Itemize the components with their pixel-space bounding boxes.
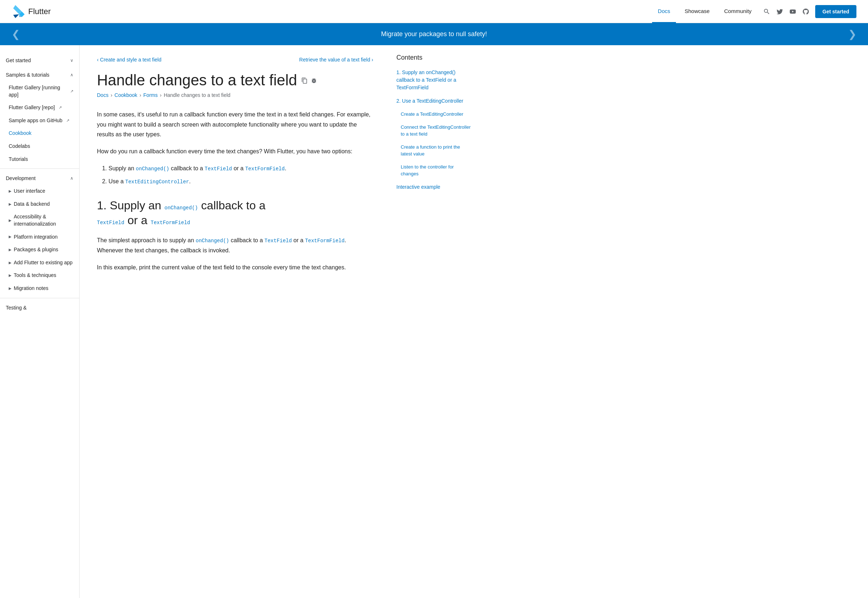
banner-next-arrow[interactable]: ❯ bbox=[848, 28, 856, 40]
bug-icon[interactable] bbox=[311, 77, 317, 86]
copy-icon[interactable] bbox=[301, 77, 308, 86]
contents-item-1[interactable]: 1. Supply an onChanged() callback to a T… bbox=[397, 67, 471, 93]
sidebar-item-user-interface[interactable]: ▶ User interface bbox=[0, 185, 79, 198]
chevron-up-icon: ∧ bbox=[70, 72, 73, 77]
nav-community[interactable]: Community bbox=[718, 0, 757, 23]
sidebar-header-get-started[interactable]: Get started ∨ bbox=[0, 54, 79, 67]
nav-showcase[interactable]: Showcase bbox=[679, 0, 715, 23]
code-textfield-1: TextField bbox=[205, 166, 232, 172]
sidebar-item-add-flutter[interactable]: ▶ Add Flutter to existing app bbox=[0, 256, 79, 269]
flutter-logo-icon bbox=[12, 5, 25, 18]
code-onchanged-2: onChanged() bbox=[196, 238, 229, 244]
sidebar-divider-2 bbox=[0, 298, 79, 298]
header: Flutter Docs Showcase Community Get star… bbox=[0, 0, 868, 23]
sidebar-item-cookbook[interactable]: Cookbook bbox=[0, 127, 79, 140]
github-icon[interactable] bbox=[802, 8, 810, 15]
next-page-link[interactable]: Retrieve the value of a text field › bbox=[299, 57, 373, 63]
contents-item-7[interactable]: Interactive example bbox=[397, 182, 471, 192]
option-2: Use a TextEditingController. bbox=[109, 176, 373, 187]
sidebar-section-get-started: Get started ∨ bbox=[0, 54, 79, 67]
chevron-down-icon: ∨ bbox=[70, 58, 73, 63]
sidebar-section-label: Samples & tutorials bbox=[6, 72, 49, 78]
logo-link[interactable]: Flutter bbox=[12, 5, 51, 18]
search-icon[interactable] bbox=[763, 8, 770, 15]
arrow-icon: ▶ bbox=[9, 234, 12, 239]
section1-p2: In this example, print the current value… bbox=[97, 263, 373, 272]
title-icons bbox=[301, 77, 317, 86]
sidebar: Get started ∨ Samples & tutorials ∧ Flut… bbox=[0, 45, 79, 598]
sidebar-item-packages-plugins[interactable]: ▶ Packages & plugins bbox=[0, 243, 79, 256]
sidebar-header-samples[interactable]: Samples & tutorials ∧ bbox=[0, 68, 79, 81]
code-textformfield-1: TextFormField bbox=[245, 166, 284, 172]
breadcrumb-current: Handle changes to a text field bbox=[164, 92, 230, 98]
page-nav: ‹ Create and style a text field Retrieve… bbox=[97, 57, 373, 63]
breadcrumb-forms[interactable]: Forms bbox=[143, 92, 158, 98]
breadcrumb-sep-2: › bbox=[139, 92, 141, 98]
breadcrumb-sep-1: › bbox=[111, 92, 112, 98]
code-textediting-1: TextEditingController bbox=[125, 179, 189, 185]
sidebar-item-accessibility[interactable]: ▶ Accessibility & internationalization bbox=[0, 211, 79, 230]
breadcrumb-sep-3: › bbox=[160, 92, 162, 98]
contents-item-3[interactable]: Create a TextEditingController bbox=[397, 109, 471, 119]
contents-item-4[interactable]: Connect the TextEditingController to a t… bbox=[397, 122, 471, 139]
breadcrumb-cookbook[interactable]: Cookbook bbox=[115, 92, 138, 98]
header-icons bbox=[763, 8, 810, 15]
intro-p2: How do you run a callback function every… bbox=[97, 147, 373, 156]
sidebar-section-label: Get started bbox=[6, 57, 31, 63]
code-textformfield-2: TextFormField bbox=[305, 238, 344, 244]
arrow-icon: ▶ bbox=[9, 202, 12, 207]
code-textfield-heading: TextField bbox=[97, 220, 124, 226]
main-layout: Get started ∨ Samples & tutorials ∧ Flut… bbox=[0, 45, 868, 598]
sidebar-item-tutorials[interactable]: Tutorials bbox=[0, 153, 79, 166]
code-onchanged-1: onChanged() bbox=[136, 166, 169, 172]
sidebar-section-development: Development ∧ ▶ User interface ▶ Data & … bbox=[0, 172, 79, 295]
header-nav: Docs Showcase Community bbox=[652, 0, 757, 23]
arrow-icon: ▶ bbox=[9, 260, 12, 265]
code-onchanged-heading: onChanged() bbox=[165, 205, 198, 211]
page-title: Handle changes to a text field bbox=[97, 71, 297, 89]
breadcrumb-docs[interactable]: Docs bbox=[97, 92, 109, 98]
sidebar-item-tools-techniques[interactable]: ▶ Tools & techniques bbox=[0, 269, 79, 282]
option-1: Supply an onChanged() callback to a Text… bbox=[109, 163, 373, 173]
sidebar-section-samples: Samples & tutorials ∧ Flutter Gallery [r… bbox=[0, 68, 79, 166]
intro-p1: In some cases, it's useful to run a call… bbox=[97, 109, 373, 139]
contents-panel: Contents 1. Supply an onChanged() callba… bbox=[391, 45, 477, 598]
sidebar-section-label: Development bbox=[6, 175, 36, 181]
arrow-icon: ▶ bbox=[9, 189, 12, 194]
sidebar-item-sample-apps[interactable]: Sample apps on GitHub bbox=[0, 114, 79, 127]
options-list: Supply an onChanged() callback to a Text… bbox=[109, 163, 373, 187]
breadcrumb: Docs › Cookbook › Forms › Handle changes… bbox=[97, 92, 373, 98]
sidebar-section-label: Testing & bbox=[6, 305, 27, 311]
sidebar-item-gallery-repo[interactable]: Flutter Gallery [repo] bbox=[0, 101, 79, 114]
prev-page-link[interactable]: ‹ Create and style a text field bbox=[97, 57, 161, 63]
arrow-icon: ▶ bbox=[9, 286, 12, 291]
sidebar-item-data-backend[interactable]: ▶ Data & backend bbox=[0, 198, 79, 211]
chevron-up-icon: ∧ bbox=[70, 176, 73, 181]
arrow-icon: ▶ bbox=[9, 247, 12, 253]
sidebar-item-gallery-running[interactable]: Flutter Gallery [running app] bbox=[0, 81, 79, 101]
get-started-button[interactable]: Get started bbox=[815, 5, 856, 18]
banner: ❮ Migrate your packages to null safety! … bbox=[0, 23, 868, 45]
banner-text: Migrate your packages to null safety! bbox=[381, 30, 487, 38]
code-textfield-2: TextField bbox=[264, 238, 292, 244]
sidebar-header-development[interactable]: Development ∧ bbox=[0, 172, 79, 185]
content-body: In some cases, it's useful to run a call… bbox=[97, 109, 373, 272]
twitter-icon[interactable] bbox=[776, 8, 783, 15]
youtube-icon[interactable] bbox=[789, 8, 796, 15]
sidebar-item-codelabs[interactable]: Codelabs bbox=[0, 140, 79, 153]
contents-item-2[interactable]: 2. Use a TextEditingController bbox=[397, 96, 471, 106]
section1-heading: 1. Supply an onChanged() callback to a T… bbox=[97, 198, 373, 228]
sidebar-header-testing[interactable]: Testing & bbox=[0, 301, 79, 314]
contents-item-5[interactable]: Create a function to print the latest va… bbox=[397, 142, 471, 159]
nav-docs[interactable]: Docs bbox=[652, 0, 676, 23]
sidebar-item-platform-integration[interactable]: ▶ Platform integration bbox=[0, 231, 79, 244]
arrow-icon: ▶ bbox=[9, 273, 12, 278]
logo-text: Flutter bbox=[28, 7, 51, 16]
sidebar-divider bbox=[0, 169, 79, 169]
main-content: ‹ Create and style a text field Retrieve… bbox=[79, 45, 391, 598]
arrow-icon: ▶ bbox=[9, 218, 12, 223]
page-title-row: Handle changes to a text field bbox=[97, 71, 373, 89]
contents-item-6[interactable]: Listen to the controller for changes bbox=[397, 162, 471, 179]
sidebar-item-migration-notes[interactable]: ▶ Migration notes bbox=[0, 282, 79, 295]
banner-prev-arrow[interactable]: ❮ bbox=[12, 28, 20, 40]
